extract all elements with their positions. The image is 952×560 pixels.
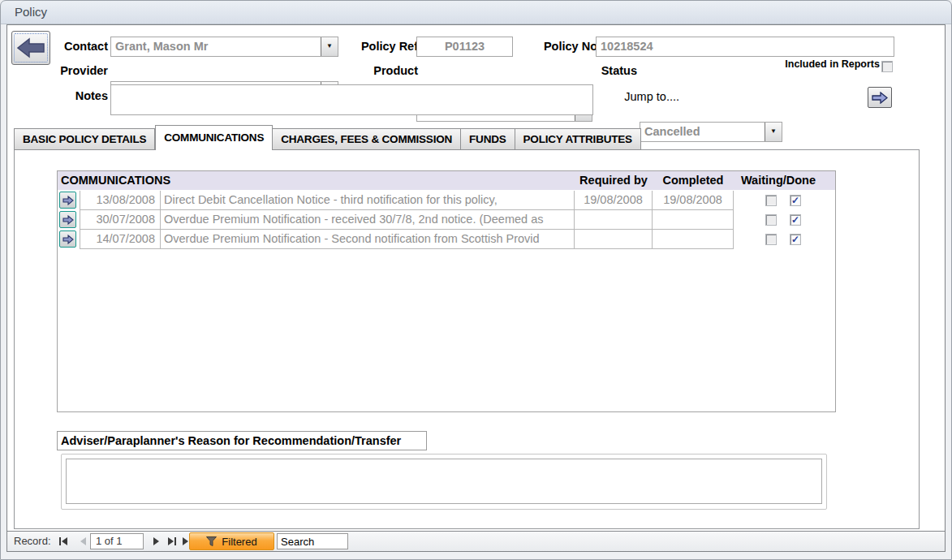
comm-required-by[interactable] [575,230,653,249]
last-record-icon [167,537,177,545]
included-in-reports-label: Included in Reports [782,58,880,71]
policy-no-label: Policy No [528,37,597,57]
tab-charges-fees-commission[interactable]: CHARGES, FEES & COMMISSION [273,128,461,150]
row-arrow-icon [62,196,74,205]
table-row: 13/08/2008 Direct Debit Cancellation Not… [58,191,835,210]
tab-basic-policy-details[interactable]: BASIC POLICY DETAILS [14,128,155,150]
column-header-completed: Completed [653,171,734,190]
tab-funds[interactable]: FUNDS [461,128,515,150]
policy-ref-field[interactable]: P01123 [416,37,513,57]
adviser-reason-label: Adviser/Paraplanner's Reason for Recomme… [57,431,427,450]
table-row: 30/07/2008 Overdue Premium Notification … [58,210,835,230]
row-arrow-icon [62,215,74,225]
policy-no-field[interactable]: 10218524 [596,37,894,57]
form-body: Contact Grant, Mason Mr ▼ Policy Ref P01… [6,24,946,552]
search-input[interactable] [277,533,348,549]
tab-communications[interactable]: COMMUNICATIONS [155,125,273,150]
comm-completed[interactable] [653,210,734,230]
comm-date[interactable]: 13/08/2008 [80,191,161,210]
tab-strip: BASIC POLICY DETAILS COMMUNICATIONS CHAR… [14,125,641,150]
table-row: 14/07/2008 Overdue Premium Notification … [58,230,835,249]
first-record-icon [58,537,68,545]
next-record-button[interactable] [149,535,163,548]
open-record-button[interactable] [59,211,76,228]
open-record-button[interactable] [59,230,76,248]
tab-policy-attributes[interactable]: POLICY ATTRIBUTES [515,128,641,150]
status-dropdown-icon[interactable]: ▼ [765,122,782,142]
comm-description[interactable]: Overdue Premium Notification - Second no… [161,230,575,249]
adviser-reason-field[interactable] [66,459,822,504]
done-checkbox[interactable]: ✓ [790,195,801,206]
next-record-icon [153,537,160,545]
filtered-label: Filtered [222,536,256,548]
contact-label: Contact [11,37,108,57]
waiting-checkbox[interactable] [765,234,777,245]
contact-value: Grant, Mason Mr [115,40,208,53]
waiting-checkbox[interactable] [765,214,777,226]
go-arrow-icon [872,92,888,104]
last-record-button[interactable] [165,535,179,548]
record-label: Record: [14,535,51,547]
comm-required-by[interactable]: 19/08/2008 [575,191,653,210]
filtered-toggle-button[interactable]: Filtered [189,532,274,550]
done-checkbox[interactable]: ✓ [790,214,801,226]
record-navigation-bar: Record: 1 of 1 [7,531,945,551]
form-content: Contact Grant, Mason Mr ▼ Policy Ref P01… [7,25,945,531]
contact-combobox[interactable]: Grant, Mason Mr ▼ [110,37,338,57]
previous-record-icon [80,537,87,545]
communications-title: COMMUNICATIONS [61,171,170,190]
comm-description[interactable]: Direct Debit Cancellation Notice - third… [161,191,575,210]
done-checkbox[interactable]: ✓ [790,234,801,245]
contact-dropdown-icon[interactable]: ▼ [321,37,338,57]
included-in-reports-checkbox[interactable] [881,61,893,72]
policy-ref-label: Policy Ref [348,37,418,57]
jump-to-label: Jump to.... [608,90,679,103]
notes-label: Notes [11,86,108,106]
status-value: Cancelled [644,125,700,138]
product-label: Product [348,61,418,81]
waiting-checkbox[interactable] [765,195,777,206]
status-combobox[interactable]: Cancelled ▼ [640,122,782,142]
communications-header: COMMUNICATIONS Required by Completed Wai… [58,171,835,190]
row-arrow-icon [62,235,74,244]
comm-description[interactable]: Overdue Premium Notification - received … [161,210,575,230]
first-record-button[interactable] [56,535,71,548]
window-title: Policy [15,5,47,19]
record-position-box[interactable]: 1 of 1 [90,533,144,549]
communications-panel: COMMUNICATIONS Required by Completed Wai… [57,170,836,412]
comm-date[interactable]: 14/07/2008 [80,230,161,249]
provider-label: Provider [11,61,108,81]
filter-funnel-icon [206,536,217,546]
notes-field[interactable] [110,84,593,115]
comm-completed[interactable]: 19/08/2008 [653,191,734,210]
window-titlebar: Policy [0,0,952,24]
comm-completed[interactable] [653,230,734,249]
jump-go-button[interactable] [868,87,892,108]
previous-record-button[interactable] [75,535,90,548]
open-record-button[interactable] [59,192,76,209]
column-header-required-by: Required by [575,171,653,190]
status-label: Status [567,61,637,81]
adviser-reason-box [61,454,827,510]
column-header-waiting-done: Waiting/Done [736,171,821,190]
comm-required-by[interactable] [575,210,653,230]
comm-date[interactable]: 30/07/2008 [80,210,161,230]
